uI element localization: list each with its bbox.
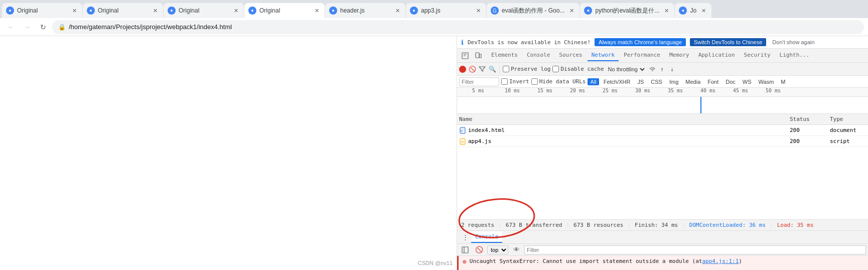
tab-network[interactable]: Network xyxy=(588,50,619,61)
browser-tab-8[interactable]: ● python的eval函数是什... ✕ xyxy=(580,3,674,18)
tab-performance[interactable]: Performance xyxy=(620,50,664,61)
html-file-icon: H xyxy=(459,127,466,134)
tick-25ms: 25 ms xyxy=(603,88,618,93)
hide-data-urls-checkbox[interactable] xyxy=(531,78,538,85)
tab-lighthouse[interactable]: Lighth... xyxy=(776,50,814,61)
clear-button[interactable]: 🚫 xyxy=(468,65,476,73)
filter-button[interactable] xyxy=(478,65,486,73)
tab-title-4: Original xyxy=(259,7,310,14)
preserve-log-label[interactable]: Preserve log xyxy=(503,66,550,72)
tab-close-3[interactable]: ✕ xyxy=(232,7,240,15)
row-name-2: JS app4.js xyxy=(457,138,788,145)
devtools-panel: ℹ DevTools is now available in Chinese! … xyxy=(457,36,868,270)
switch-chinese-button[interactable]: Switch DevTools to Chinese xyxy=(690,38,766,46)
filter-fetch-xhr[interactable]: Fetch/XHR xyxy=(601,78,633,85)
console-context-select[interactable]: top xyxy=(487,245,508,254)
tab-security[interactable]: Security xyxy=(740,50,775,61)
tab-close-7[interactable]: ✕ xyxy=(567,7,575,15)
tab-application[interactable]: Application xyxy=(694,50,739,61)
refresh-button[interactable]: ↻ xyxy=(36,20,50,34)
invert-label[interactable]: Invert xyxy=(501,78,529,85)
browser-tab-3[interactable]: ● Original ✕ xyxy=(164,3,244,18)
wifi-icon xyxy=(648,65,656,73)
filter-media[interactable]: Media xyxy=(683,78,703,85)
error-link[interactable]: app4.js:1:1 xyxy=(702,258,739,264)
browser-tab-7[interactable]: G eval函数的作用 - Goo... ✕ xyxy=(487,3,580,18)
console-clear-icon[interactable]: 🚫 xyxy=(473,244,485,256)
dont-show-button[interactable]: Don't show again xyxy=(770,38,816,46)
tab-close-1[interactable]: ✕ xyxy=(70,7,78,15)
filter-all[interactable]: All xyxy=(588,78,599,85)
filter-js[interactable]: JS xyxy=(635,78,647,85)
preserve-log-checkbox[interactable] xyxy=(503,66,509,72)
url-bar[interactable]: 🔒 /home/gateman/Projects/jsproject/webpa… xyxy=(52,20,864,34)
device-toggle-icon[interactable] xyxy=(472,50,484,62)
network-row-index4[interactable]: H index4.html 200 document xyxy=(457,125,868,136)
tab-title-6: app3.js xyxy=(421,7,471,14)
console-tab[interactable]: Console xyxy=(471,231,502,243)
tab-favicon-4: ● xyxy=(248,7,256,15)
browser-tab-2[interactable]: ● Original ✕ xyxy=(83,3,163,18)
network-row-app4[interactable]: JS app4.js 200 script xyxy=(457,136,868,147)
throttle-select[interactable]: No throttling xyxy=(606,66,646,73)
tab-close-6[interactable]: ✕ xyxy=(474,7,482,15)
browser-tab-5[interactable]: ● header.js ✕ xyxy=(325,3,405,18)
tab-close-8[interactable]: ✕ xyxy=(662,7,670,15)
browser-frame: ● Original ✕ ● Original ✕ ● Original ✕ ●… xyxy=(0,0,868,270)
upload-icon[interactable]: ↑ xyxy=(658,65,666,73)
filter-ws[interactable]: WS xyxy=(740,78,754,85)
tab-sources[interactable]: Sources xyxy=(555,50,586,61)
download-icon[interactable]: ↓ xyxy=(668,65,676,73)
tab-favicon-7: G xyxy=(491,7,499,15)
error-text-end: ) xyxy=(739,258,742,264)
row-status-2: 200 xyxy=(788,138,828,145)
filter-wasm[interactable]: Wasm xyxy=(756,78,777,85)
tab-close-4[interactable]: ✕ xyxy=(313,7,321,15)
filter-css[interactable]: CSS xyxy=(648,78,665,85)
row-type-2: script xyxy=(828,138,868,145)
timeline-bar-area xyxy=(457,97,868,114)
tab-close-9[interactable]: ✕ xyxy=(699,7,707,15)
back-button[interactable]: ← xyxy=(4,20,18,34)
inspect-icon[interactable] xyxy=(459,50,471,62)
status-finish: Finish: 34 ms xyxy=(635,222,678,228)
console-sidebar-icon[interactable] xyxy=(459,244,471,256)
search-button[interactable]: 🔍 xyxy=(488,65,496,73)
filter-doc[interactable]: Doc xyxy=(723,78,738,85)
timeline-marker xyxy=(700,97,701,114)
tab-favicon-8: ● xyxy=(584,7,592,15)
disable-cache-label[interactable]: Disable cache xyxy=(552,66,604,72)
browser-tab-9[interactable]: ● Jo ✕ xyxy=(675,3,711,18)
console-filter-input[interactable] xyxy=(524,245,866,254)
tab-close-2[interactable]: ✕ xyxy=(151,7,159,15)
tab-close-5[interactable]: ✕ xyxy=(393,7,401,15)
browser-tab-1[interactable]: ● Original ✕ xyxy=(2,3,82,18)
tab-elements[interactable]: Elements xyxy=(487,50,522,61)
row-name-1: H index4.html xyxy=(457,127,788,134)
tab-console[interactable]: Console xyxy=(523,50,554,61)
browser-tab-4[interactable]: ● Original ✕ xyxy=(244,3,325,18)
match-language-button[interactable]: Always match Chrome's language xyxy=(595,38,686,46)
browser-tab-6[interactable]: ● app3.js ✕ xyxy=(406,3,486,18)
console-settings-icon[interactable]: ⋮ xyxy=(459,231,471,243)
tab-title-1: Original xyxy=(17,7,67,14)
forward-button[interactable]: → xyxy=(20,20,34,34)
invert-checkbox[interactable] xyxy=(501,78,508,85)
tick-20ms: 20 ms xyxy=(570,88,585,93)
tick-30ms: 30 ms xyxy=(635,88,650,93)
timeline-ruler: 5 ms 10 ms 15 ms 20 ms 25 ms 30 ms 35 ms… xyxy=(457,88,868,97)
filter-img[interactable]: Img xyxy=(667,78,681,85)
filter-manifest[interactable]: M xyxy=(778,78,788,85)
console-error-row: ⊗ Uncaught SyntaxError: Cannot use impor… xyxy=(457,256,868,270)
filter-font[interactable]: Font xyxy=(705,78,721,85)
filter-input[interactable] xyxy=(459,77,499,86)
tab-memory[interactable]: Memory xyxy=(665,50,693,61)
record-button[interactable] xyxy=(459,66,466,73)
row-type-1: document xyxy=(828,127,868,133)
network-table: Name Status Type H index4.html 200 docum… xyxy=(457,114,868,219)
error-icon: ⊗ xyxy=(463,258,467,265)
console-eye-icon[interactable]: 👁 xyxy=(510,244,522,256)
status-requests: 2 requests xyxy=(461,222,494,228)
disable-cache-checkbox[interactable] xyxy=(552,66,559,72)
hide-data-urls-label[interactable]: Hide data URLs xyxy=(531,78,586,85)
